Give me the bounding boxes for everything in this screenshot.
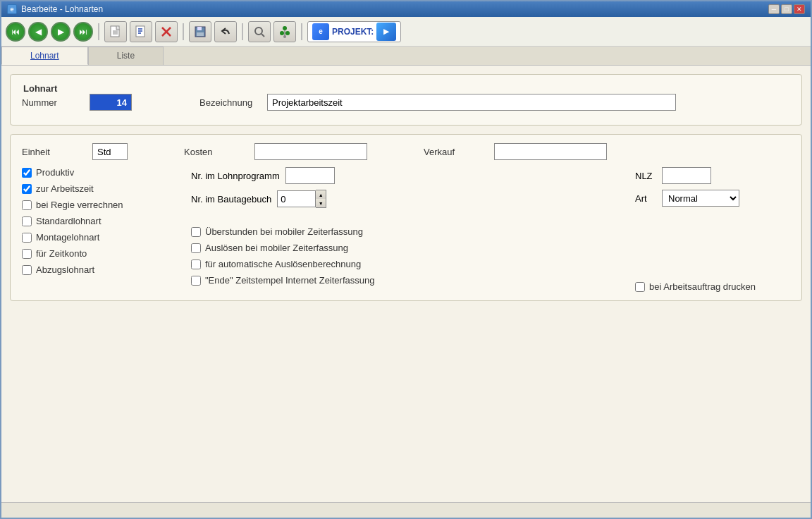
separator-3 (242, 23, 243, 40)
eprojekt-icon: e (312, 23, 329, 40)
ende-zeitstempel-label: "Ende" Zeitstempel Internet Zeiterfassun… (205, 275, 374, 286)
zeitkonto-row: für Zeitkonto (22, 248, 177, 259)
regie-row: bei Regie verrechnen (22, 200, 177, 210)
art-select[interactable]: Normal Überstunden Nacht Feiertag (662, 190, 739, 207)
produktiv-label: Produktiv (36, 167, 74, 178)
delete-button[interactable] (155, 21, 178, 42)
abzugslohnart-row: Abzugslohnart (22, 264, 177, 275)
nr-bautagebuch-label: Nr. im Bautagebuch (191, 194, 271, 204)
close-button[interactable]: ✕ (794, 4, 805, 14)
ende-zeitstempel-checkbox[interactable] (191, 276, 201, 286)
nr-bautagebuch-input[interactable] (277, 190, 316, 207)
statusbar (1, 502, 811, 518)
svg-line-14 (262, 34, 264, 37)
montagelohnart-row: Montagelohnart (22, 232, 177, 243)
main-content: Lohnart Nummer Bezeichnung Einheit Koste… (1, 66, 811, 502)
app-icon: e (7, 4, 17, 14)
spinner-down-button[interactable]: ▼ (316, 199, 326, 207)
eprojekt-image: ▶ (376, 23, 396, 41)
window-controls: ─ □ ✕ (768, 4, 805, 14)
ueberstunden-label: Überstunden bei mobiler Zeiterfassung (205, 226, 363, 237)
spinner-buttons: ▲ ▼ (316, 190, 326, 208)
svg-point-15 (283, 26, 287, 30)
nav-last-button[interactable]: ⏭ (73, 22, 93, 42)
montagelohnart-checkbox[interactable] (22, 233, 32, 243)
bezeichnung-input[interactable] (267, 94, 676, 111)
nr-bautagebuch-spinner: ▲ ▼ (277, 190, 326, 208)
auto-auslosen-row: für automatische Auslösenberechnung (191, 259, 621, 269)
svg-rect-11 (197, 27, 202, 30)
tab-bar: Lohnart Liste (1, 47, 811, 66)
nr-lohnprogramm-row: Nr. im Lohnprogramm (191, 167, 621, 184)
edit-button[interactable] (130, 21, 152, 42)
ende-zeitstempel-row: "Ende" Zeitstempel Internet Zeiterfassun… (191, 275, 621, 286)
nr-bautagebuch-row: Nr. im Bautagebuch ▲ ▼ (191, 190, 621, 208)
nr-lohnprogramm-input[interactable] (285, 167, 335, 184)
nav-next-button[interactable]: ▶ (51, 22, 70, 42)
art-label: Art (635, 193, 656, 204)
arbeitszeit-row: zur Arbeitszeit (22, 183, 177, 194)
spinner-up-button[interactable]: ▲ (316, 190, 326, 199)
eprojekt-label: PROJEKT: (332, 27, 374, 37)
nlz-input[interactable] (662, 167, 711, 184)
verkauf-label: Verkauf (424, 147, 480, 157)
auslosen-label: Auslösen bei mobiler Zeiterfassung (205, 243, 348, 253)
separator-2 (183, 23, 184, 40)
toolbar: ⏮ ◀ ▶ ⏭ (1, 17, 811, 47)
bei-arbeitsauftrag-row: bei Arbeitsauftrag drucken (635, 281, 790, 292)
window-title: Bearbeite - Lohnarten (21, 4, 103, 14)
bei-arbeitsauftrag-label: bei Arbeitsauftrag drucken (649, 281, 756, 292)
regie-checkbox[interactable] (22, 200, 32, 210)
search-button[interactable] (248, 21, 271, 42)
auto-auslosen-label: für automatische Auslösenberechnung (205, 259, 361, 269)
bei-arbeitsauftrag-checkbox[interactable] (635, 282, 645, 292)
nav-prev-button[interactable]: ◀ (28, 22, 48, 42)
standardlohnart-label: Standardlohnart (36, 216, 102, 226)
save-button[interactable] (189, 21, 211, 42)
maximize-button[interactable]: □ (781, 4, 792, 14)
zeitkonto-checkbox[interactable] (22, 249, 32, 259)
left-checkboxes: Produktiv zur Arbeitszeit bei Regie verr… (22, 167, 177, 292)
nav-first-button[interactable]: ⏮ (6, 22, 25, 42)
tab-liste[interactable]: Liste (88, 47, 164, 65)
titlebar: e Bearbeite - Lohnarten ─ □ ✕ (1, 1, 811, 17)
kosten-label: Kosten (184, 147, 240, 157)
eprojekt-button[interactable]: e PROJEKT: ▶ (307, 21, 401, 42)
middle-fields: Nr. im Lohnprogramm Nr. im Bautagebuch ▲… (191, 167, 621, 292)
new-button[interactable] (104, 21, 127, 42)
ueberstunden-row: Überstunden bei mobiler Zeiterfassung (191, 226, 621, 237)
main-window: e Bearbeite - Lohnarten ─ □ ✕ ⏮ ◀ ▶ ⏭ (0, 0, 812, 519)
montagelohnart-label: Montagelohnart (36, 232, 99, 243)
svg-point-16 (280, 31, 284, 35)
nlz-label: NLZ (635, 171, 656, 181)
produktiv-checkbox[interactable] (22, 168, 32, 178)
lohnart-fieldset: Lohnart Nummer Bezeichnung (10, 74, 802, 126)
abzugslohnart-label: Abzugslohnart (36, 264, 94, 275)
kosten-input[interactable] (254, 143, 367, 160)
zeitkonto-label: für Zeitkonto (36, 248, 87, 259)
nummer-label: Nummer (22, 97, 78, 108)
svg-point-13 (255, 28, 262, 35)
produktiv-row: Produktiv (22, 167, 177, 178)
arbeitszeit-checkbox[interactable] (22, 184, 32, 194)
auslosen-row: Auslösen bei mobiler Zeiterfassung (191, 243, 621, 253)
minimize-button[interactable]: ─ (768, 4, 780, 14)
auto-auslosen-checkbox[interactable] (191, 260, 201, 269)
ueberstunden-checkbox[interactable] (191, 227, 201, 237)
art-row: Art Normal Überstunden Nacht Feiertag (635, 190, 790, 207)
nummer-input[interactable] (90, 94, 132, 111)
separator-4 (301, 23, 302, 40)
nr-lohnprogramm-label: Nr. im Lohnprogramm (191, 171, 280, 181)
standardlohnart-checkbox[interactable] (22, 216, 32, 226)
verkauf-input[interactable] (494, 143, 607, 160)
undo-button[interactable] (214, 21, 237, 42)
tab-lohnart[interactable]: Lohnart (1, 47, 88, 65)
svg-point-17 (285, 31, 290, 35)
titlebar-left: e Bearbeite - Lohnarten (7, 4, 103, 14)
einheit-row: Einheit Kosten Verkauf (22, 143, 790, 160)
auslosen-checkbox[interactable] (191, 243, 201, 253)
abzugslohnart-checkbox[interactable] (22, 265, 32, 275)
tree-button[interactable] (273, 21, 296, 42)
regie-label: bei Regie verrechnen (36, 200, 123, 210)
einheit-input[interactable] (92, 143, 128, 160)
